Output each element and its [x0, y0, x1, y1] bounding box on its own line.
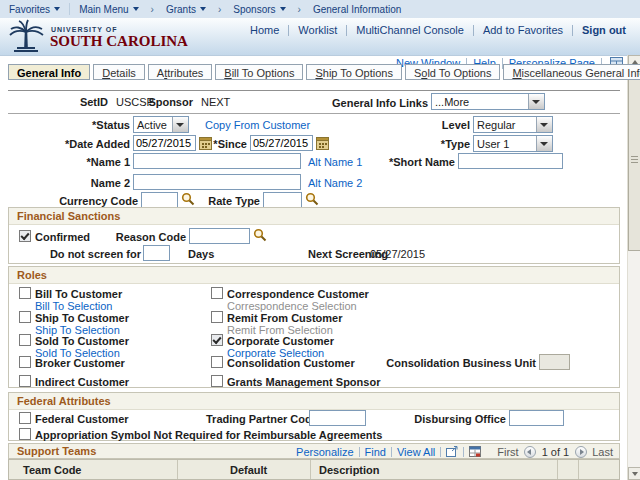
breadcrumb-label: Main Menu — [79, 4, 128, 15]
add-to-favorites-link[interactable]: Add to Favorites — [483, 24, 563, 36]
breadcrumb-main-menu[interactable]: Main Menu — [70, 0, 147, 18]
indirect-customer-label: Indirect Customer — [35, 376, 129, 388]
copy-from-customer-link[interactable]: Copy From Customer — [205, 119, 310, 131]
breadcrumb-label: Favorites — [9, 4, 50, 15]
confirmed-checkbox[interactable] — [19, 230, 31, 242]
remit-from-customer-label: Remit From Customer — [227, 312, 343, 324]
federal-customer-checkbox[interactable] — [19, 412, 31, 424]
bill-to-customer-checkbox[interactable] — [19, 287, 31, 299]
separator — [359, 447, 360, 457]
broker-customer-checkbox[interactable] — [19, 356, 31, 368]
breadcrumb-general-information: General Information — [304, 0, 410, 18]
separator — [440, 447, 441, 457]
breadcrumb-label: Sponsors — [233, 4, 275, 15]
sponsor-value: NEXT — [201, 96, 230, 108]
financial-sanctions-title: Financial Sanctions — [9, 208, 619, 225]
tab-miscellaneous-general-info[interactable]: Miscellaneous General Info — [503, 64, 640, 80]
tab-general-info[interactable]: General Info — [8, 64, 90, 80]
correspondence-selection-link-disabled: Correspondence Selection — [227, 300, 357, 312]
ship-to-customer-checkbox[interactable] — [19, 311, 31, 323]
short-name-input[interactable] — [458, 153, 563, 169]
do-not-screen-input[interactable] — [143, 245, 170, 261]
next-screening-value: 05/27/2015 — [370, 248, 425, 260]
corporate-customer-checkbox[interactable] — [211, 334, 223, 346]
scroll-down-button[interactable] — [628, 467, 640, 480]
alt-name-2-link[interactable]: Alt Name 2 — [308, 177, 362, 189]
trading-partner-code-input[interactable] — [309, 410, 366, 426]
tab-ship-to-options[interactable]: Ship To Options — [306, 64, 401, 80]
tab-bill-to-options[interactable]: Bill To Options — [215, 64, 303, 80]
level-select[interactable]: Regular — [473, 116, 553, 133]
name1-label: *Name 1 — [20, 156, 130, 168]
remit-from-customer-checkbox[interactable] — [211, 311, 223, 323]
roles-title: Roles — [9, 267, 619, 284]
since-input[interactable] — [250, 135, 313, 151]
breadcrumb-grants[interactable]: Grants — [157, 0, 215, 18]
breadcrumb-label: General Information — [313, 4, 401, 15]
column-header-empty — [558, 460, 579, 479]
download-grid-icon[interactable] — [469, 446, 481, 457]
column-header-team-code: Team Code — [9, 460, 178, 479]
breadcrumb: Favorites Main Menu › Grants › Sponsors … — [0, 0, 640, 19]
first-link[interactable]: First — [497, 446, 518, 458]
indirect-customer-checkbox[interactable] — [19, 375, 31, 387]
popup-window-icon[interactable] — [446, 446, 458, 457]
rate-type-input[interactable] — [263, 192, 302, 208]
tab-sold-to-options[interactable]: Sold To Options — [405, 64, 500, 80]
next-row-icon[interactable] — [575, 446, 587, 458]
sold-to-customer-label: Sold To Customer — [35, 335, 129, 347]
breadcrumb-favorites[interactable]: Favorites — [0, 0, 69, 18]
breadcrumb-label: Grants — [166, 4, 196, 15]
home-link[interactable]: Home — [250, 24, 279, 36]
sold-to-customer-checkbox[interactable] — [19, 334, 31, 346]
vertical-scrollbar[interactable] — [627, 55, 640, 480]
status-select[interactable]: Active — [133, 116, 189, 133]
grid-toolbar: Personalize Find View All First 1 of 1 — [296, 445, 615, 458]
consolidation-business-unit-input — [539, 354, 570, 370]
tab-attributes[interactable]: Attributes — [148, 64, 212, 80]
reason-code-input[interactable] — [189, 228, 250, 244]
type-select[interactable]: User 1 — [473, 135, 553, 152]
name2-input[interactable] — [133, 174, 301, 190]
trading-partner-code-label: Trading Partner Code — [206, 413, 306, 425]
breadcrumb-sponsors[interactable]: Sponsors — [224, 0, 294, 18]
consolidation-business-unit-label: Consolidation Business Unit — [336, 357, 536, 369]
last-link[interactable]: Last — [592, 446, 613, 458]
multichannel-console-link[interactable]: MultiChannel Console — [356, 24, 464, 36]
general-info-links-select[interactable]: ...More — [431, 93, 545, 110]
disbursing-office-input[interactable] — [509, 410, 564, 426]
separator — [391, 447, 392, 457]
consolidation-customer-checkbox[interactable] — [211, 356, 223, 368]
tab-details[interactable]: Details — [93, 64, 145, 80]
currency-code-input[interactable] — [141, 192, 178, 208]
worklist-link[interactable]: Worklist — [298, 24, 337, 36]
scrollbar-thumb[interactable] — [628, 71, 640, 251]
calendar-icon[interactable] — [316, 136, 329, 150]
personalize-link[interactable]: Personalize — [296, 446, 353, 458]
date-added-label: *Date Added — [20, 138, 130, 150]
corporate-customer-label: Corporate Customer — [227, 335, 334, 347]
sign-out-link[interactable]: Sign out — [582, 24, 626, 36]
column-header-default: Default — [178, 460, 311, 479]
chevron-down-icon — [536, 136, 552, 151]
find-link[interactable]: Find — [365, 446, 386, 458]
correspondence-customer-checkbox[interactable] — [211, 287, 223, 299]
bill-to-selection-link[interactable]: Bill To Selection — [35, 300, 112, 312]
setid-label: SetID — [40, 96, 108, 108]
since-label: *Since — [180, 138, 247, 150]
disbursing-office-label: Disbursing Office — [406, 413, 506, 425]
rate-type-lookup-icon[interactable] — [305, 192, 319, 206]
grants-management-sponsor-checkbox[interactable] — [211, 375, 223, 387]
chevron-down-icon — [133, 7, 139, 11]
view-all-link[interactable]: View All — [397, 446, 435, 458]
column-header-description: Description — [311, 460, 558, 479]
name1-input[interactable] — [133, 153, 301, 169]
appropriation-symbol-label: Appropriation Symbol Not Required for Re… — [35, 429, 382, 441]
breadcrumb-separator: › — [148, 4, 157, 15]
row-counter: 1 of 1 — [542, 446, 570, 458]
university-of-text: UNIVERSITY OF — [51, 26, 118, 33]
appropriation-symbol-checkbox[interactable] — [19, 428, 31, 440]
breadcrumb-separator: › — [295, 4, 304, 15]
reason-code-lookup-icon[interactable] — [253, 228, 267, 242]
previous-row-icon[interactable] — [524, 446, 536, 458]
